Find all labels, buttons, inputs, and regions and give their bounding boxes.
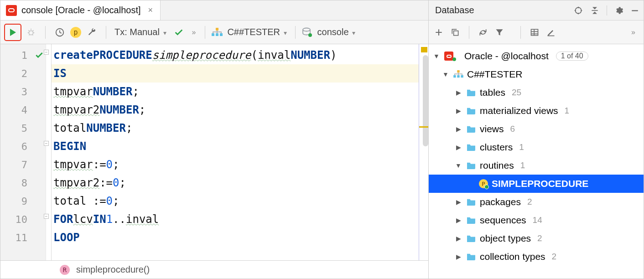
folder-label: sequences — [480, 215, 526, 226]
folder-label: packages — [480, 196, 521, 207]
folder-count: 1 — [520, 160, 525, 170]
folder-count: 2 — [537, 233, 542, 243]
procedure-badge-icon[interactable]: p — [70, 27, 81, 38]
tree-folder-routines[interactable]: ▼ routines 1 — [429, 156, 644, 175]
code-editor[interactable]: 1234567891011 − − − create PROCEDURE sim… — [0, 44, 428, 260]
tree-schema[interactable]: ▼ C##TESTER — [429, 65, 644, 83]
oracle-icon — [6, 5, 17, 16]
warn-marker[interactable] — [419, 126, 428, 128]
minimize-icon[interactable] — [631, 6, 639, 15]
folder-icon — [466, 216, 476, 224]
folder-icon — [466, 107, 476, 115]
svg-rect-2 — [216, 28, 218, 31]
copy-button[interactable] — [451, 28, 460, 37]
code-area[interactable]: create PROCEDURE simpleprocedure (inval … — [52, 44, 419, 260]
tree-folder[interactable]: ▶views6 — [429, 120, 644, 138]
folder-icon — [466, 253, 476, 261]
fold-handle[interactable]: − — [44, 141, 49, 146]
folder-icon — [466, 125, 476, 133]
wrench-button[interactable] — [84, 25, 99, 40]
schema-icon — [453, 70, 463, 78]
folder-label: clusters — [480, 142, 513, 153]
fold-gutter[interactable]: − − − — [46, 44, 52, 260]
svg-rect-5 — [220, 33, 223, 36]
tab-console[interactable]: console [Oracle - @localhost] × — [0, 0, 161, 20]
svg-rect-9 — [592, 10, 597, 11]
tree-folder[interactable]: ▶tables25 — [429, 83, 644, 102]
folder-icon — [466, 198, 476, 206]
folder-count: 1 — [565, 106, 570, 116]
folder-count: 6 — [510, 124, 515, 134]
tree-folder[interactable]: ▶object types2 — [429, 229, 644, 248]
editor-statusbar: R simpleprocedure() — [0, 260, 428, 279]
svg-rect-16 — [457, 75, 459, 78]
svg-rect-13 — [548, 35, 555, 36]
procedure-icon: P — [479, 179, 488, 188]
folder-label: tables — [480, 87, 505, 98]
add-button[interactable] — [434, 28, 443, 37]
close-tab-icon[interactable]: × — [148, 5, 153, 15]
datasource-icon — [302, 27, 313, 37]
fold-handle[interactable]: − — [44, 214, 49, 219]
folder-count: 2 — [527, 197, 532, 207]
scrollbar-thumb[interactable] — [423, 55, 428, 146]
database-panel-header: Database — [429, 0, 644, 21]
svg-rect-17 — [461, 75, 463, 78]
debug-button[interactable] — [23, 25, 39, 40]
svg-rect-14 — [457, 70, 459, 72]
database-toolbar: » — [429, 21, 644, 44]
connection-label: Oracle - @localhost — [464, 51, 549, 62]
database-tree[interactable]: ▼ Oracle - @localhost 1 of 40 ▼ C##TESTE… — [429, 44, 644, 279]
tree-connection[interactable]: ▼ Oracle - @localhost 1 of 40 — [429, 47, 644, 65]
tree-item-simpleprocedure[interactable]: P SIMPLEPROCEDURE — [429, 175, 644, 193]
run-button[interactable] — [5, 25, 21, 40]
collapse-icon[interactable] — [590, 6, 599, 15]
refresh-button[interactable] — [478, 28, 488, 37]
connection-count-pill: 1 of 40 — [556, 52, 588, 61]
tx-mode-dropdown[interactable]: Tx: Manual ▾ — [113, 27, 168, 37]
oracle-icon — [444, 52, 453, 61]
folder-count: 1 — [519, 142, 524, 152]
history-button[interactable] — [52, 25, 68, 40]
tree-folder[interactable]: ▶sequences14 — [429, 211, 644, 229]
folder-count: 25 — [512, 88, 521, 98]
folder-label: collection types — [480, 251, 545, 262]
editor-toolbar: p Tx: Manual ▾ » C##TESTER ▾ console ▾ — [0, 21, 428, 44]
svg-rect-15 — [453, 75, 456, 78]
status-context: simpleprocedure() — [76, 264, 150, 275]
filter-button[interactable] — [495, 28, 504, 37]
svg-rect-11 — [454, 31, 458, 35]
svg-rect-10 — [632, 10, 638, 11]
edit-button[interactable] — [546, 28, 556, 37]
schema-label: C##TESTER — [467, 69, 522, 80]
folder-icon — [466, 88, 476, 97]
fold-handle[interactable]: − — [44, 50, 49, 55]
folder-label: object types — [480, 233, 531, 244]
svg-point-6 — [303, 28, 310, 31]
folder-label: materialized views — [480, 105, 558, 116]
error-stripe[interactable] — [419, 44, 428, 260]
commit-button[interactable] — [171, 25, 187, 40]
folder-count: 14 — [533, 215, 542, 225]
db-toolbar-more[interactable]: » — [628, 28, 638, 36]
tree-folder[interactable]: ▶packages2 — [429, 193, 644, 211]
inspection-marker[interactable] — [421, 47, 427, 52]
schema-icon — [212, 28, 223, 37]
table-view-button[interactable] — [530, 28, 539, 37]
tree-folder[interactable]: ▶materialized views1 — [429, 102, 644, 120]
svg-rect-3 — [212, 33, 214, 36]
session-dropdown[interactable]: console ▾ — [316, 27, 358, 37]
folder-label: routines — [480, 160, 514, 171]
folder-label: views — [480, 124, 504, 134]
svg-point-7 — [308, 33, 312, 37]
gear-icon[interactable] — [614, 6, 623, 15]
schema-dropdown[interactable]: C##TESTER ▾ — [225, 27, 288, 37]
svg-point-8 — [575, 7, 581, 13]
toolbar-more-1[interactable]: » — [189, 28, 199, 36]
folder-icon — [466, 234, 476, 243]
target-icon[interactable] — [574, 6, 583, 15]
tree-folder[interactable]: ▶clusters1 — [429, 138, 644, 156]
svg-rect-4 — [216, 33, 218, 36]
routine-icon: R — [60, 265, 70, 275]
tree-folder[interactable]: ▶collection types2 — [429, 248, 644, 266]
